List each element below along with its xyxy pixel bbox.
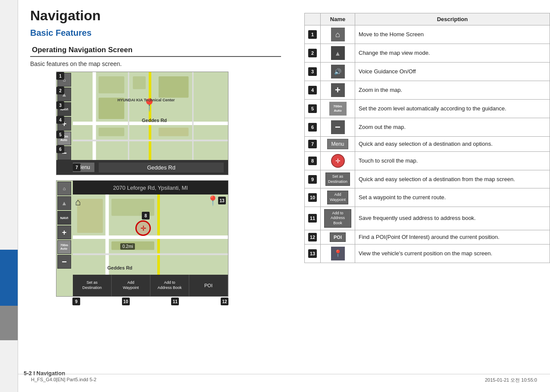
row-num-cell: 8 [305, 152, 321, 170]
row-num-cell: 7 [305, 137, 321, 152]
page-footer: H_FS_G4.0[EN] Part5.indd 5-2 2015-01-21 … [18, 374, 550, 383]
table-row: 2▲Change the map view mode. [305, 44, 550, 63]
row-icon-cell: ▲ [321, 44, 355, 63]
home-icon-map2: ⌂ [75, 197, 81, 208]
map2-num-row: 9 10 11 12 [72, 298, 228, 305]
row-number: 6 [308, 123, 317, 132]
table-row: 11Add toAddress BookSave frequently used… [305, 207, 550, 230]
svg-rect-7 [99, 76, 125, 94]
map2-waypoint-btn[interactable]: AddWaypoint [112, 275, 150, 296]
num-badge-1: 1 [56, 72, 64, 80]
table-row: 6−Zoom out the map. [305, 118, 550, 137]
row-icon-cell: + [321, 81, 355, 100]
map2-poi-btn[interactable]: POI [189, 275, 228, 296]
row-desc-cell: Find a POI(Point Of Interest) around the… [355, 230, 550, 244]
row-icon-cell: − [321, 118, 355, 137]
row-desc-cell: Zoom in the map. [355, 81, 550, 100]
row-desc-cell: Quick and easy selection of a destinatio… [355, 137, 550, 152]
row-num-cell: 2 [305, 44, 321, 63]
row-desc-cell: Change the map view mode. [355, 44, 550, 63]
sidebar-blue-accent [0, 250, 18, 306]
num-badge-3: 3 [56, 101, 64, 109]
row-number: 3 [308, 67, 317, 76]
row-icon-cell: 🔊 [321, 63, 355, 81]
table-row: 10AddWaypointSet a waypoint to the curre… [305, 188, 550, 207]
map-screen-2: ⌂ ▲ NAVI + 700mAuto − 2070 Leforge Rd, Y… [56, 180, 228, 297]
row-num-cell: 4 [305, 81, 321, 100]
row-num-cell: 5 [305, 100, 321, 118]
map2-addrbook-btn[interactable]: Add toAddress Book [150, 275, 189, 296]
row-number: 11 [308, 214, 317, 223]
table-row: 4+Zoom in the map. [305, 81, 550, 100]
map-btn-compass-2[interactable]: ▲ [57, 196, 71, 210]
row-num-cell: 6 [305, 118, 321, 137]
map2-addr-bar: 2070 Leforge Rd, Ypsilanti, MI [73, 181, 228, 194]
map-screen-1: ⌂ ▲ NAVI + 700mAuto − 1 2 3 4 5 6 [56, 72, 228, 175]
num-badge-2: 2 [56, 87, 64, 94]
row-num-cell: 9 [305, 170, 321, 188]
table-row: 3🔊Voice Guidance On/Off [305, 63, 550, 81]
row-icon-cell: Set asDestination [321, 170, 355, 188]
map-btn-navi-2[interactable]: NAVI [57, 211, 71, 225]
row-icon-cell: Add toAddress Book [321, 207, 355, 230]
table-header-desc: Description [355, 13, 550, 25]
row-num-cell: 10 [305, 188, 321, 207]
footer-right: 2015-01-21 오전 10:55:0 [485, 377, 537, 383]
main-content: Navigation Basic Features Operating Navi… [18, 0, 294, 313]
num-badge-4: 4 [56, 116, 64, 124]
row-desc-cell: Touch to scroll the map. [355, 152, 550, 170]
map2-bottom-btns: Set asDestination AddWaypoint Add toAddr… [73, 275, 228, 296]
row-desc-cell: Zoom out the map. [355, 118, 550, 137]
svg-rect-11 [159, 128, 189, 136]
table-header-empty [305, 13, 321, 25]
table-row: 1⌂Move to the Home Screen [305, 25, 550, 44]
num-badge-6: 6 [56, 145, 64, 153]
row-icon-cell: AddWaypoint [321, 188, 355, 207]
left-sidebar [0, 0, 18, 392]
scroll-marker: ✛ [135, 220, 151, 236]
map2-set-dest-btn[interactable]: Set asDestination [73, 275, 112, 296]
svg-rect-20 [77, 199, 103, 233]
num-badge-12: 12 [221, 298, 228, 305]
row-icon-cell: Menu [321, 137, 355, 152]
page-title: Navigation [30, 8, 281, 24]
row-number: 5 [308, 104, 317, 113]
row-number: 4 [308, 86, 317, 94]
map-terrain-1: Geddes Rd 📍 HYUNDAI KIA Technical Center [73, 72, 228, 175]
row-desc-cell: Save frequently used address to address … [355, 207, 550, 230]
section-title: Basic Features [30, 28, 281, 38]
num-badge-9: 9 [72, 298, 80, 305]
table-row: 9Set asDestinationQuick and easy selecti… [305, 170, 550, 188]
table-header-name: Name [321, 13, 355, 25]
map-container-1: ⌂ ▲ NAVI + 700mAuto − 1 2 3 4 5 6 [56, 72, 228, 305]
body-text: Basic features on the map screen. [30, 60, 281, 67]
row-number: 13 [308, 249, 317, 258]
table-row: 8✛Touch to scroll the map. [305, 152, 550, 170]
num-badge-8: 8 [142, 212, 150, 220]
row-desc-cell: Move to the Home Screen [355, 25, 550, 44]
row-number: 8 [308, 157, 317, 165]
map-terrain-2: Geddes Rd 0.2mi ✛ 8 13 📍 ⌂ [73, 194, 228, 275]
footer-left: H_FS_G4.0[EN] Part5.indd 5-2 [31, 377, 97, 383]
row-icon-cell: POI [321, 230, 355, 244]
row-number: 10 [308, 193, 317, 202]
row-num-cell: 3 [305, 63, 321, 81]
table-row: 5700mAutoSet the zoom level automaticall… [305, 100, 550, 118]
row-desc-cell: Quick and easy selection of a destinatio… [355, 170, 550, 188]
map2-scale: 0.2mi [120, 243, 135, 250]
map-btn-auto-2[interactable]: 700mAuto [57, 240, 71, 254]
row-num-cell: 1 [305, 25, 321, 44]
svg-rect-12 [99, 128, 125, 136]
svg-rect-10 [159, 76, 189, 98]
road-label-geddes-2: Geddes Rd [107, 265, 132, 270]
right-table-container: Name Description 1⌂Move to the Home Scre… [304, 13, 550, 263]
num-badge-13: 13 [218, 197, 226, 204]
map-btn-plus-2[interactable]: + [57, 226, 71, 239]
row-icon-cell: 📍 [321, 244, 355, 263]
map-btn-home-2[interactable]: ⌂ [57, 182, 71, 195]
row-desc-cell: Set a waypoint to the current route. [355, 188, 550, 207]
map-btn-minus-2[interactable]: − [57, 255, 71, 269]
num-badge-7: 7 [73, 163, 81, 171]
table-row: 7MenuQuick and easy selection of a desti… [305, 137, 550, 152]
row-num-cell: 11 [305, 207, 321, 230]
